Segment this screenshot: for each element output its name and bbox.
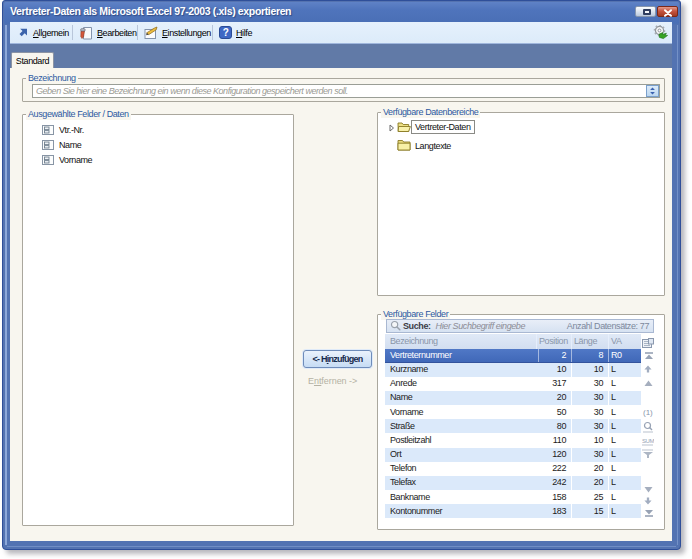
svg-text:?: ? bbox=[223, 27, 229, 38]
svg-text:SUM: SUM bbox=[642, 438, 654, 444]
